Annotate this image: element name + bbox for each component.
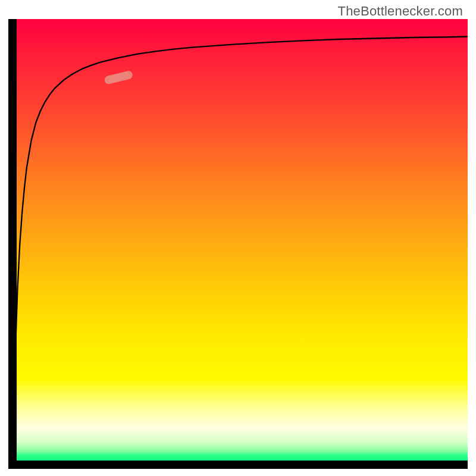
- attribution-text: TheBottlenecker.com: [338, 4, 463, 19]
- x-axis: [8, 461, 468, 469]
- chart-background-gradient: [8, 19, 468, 469]
- chart-container: [8, 19, 468, 469]
- y-axis: [8, 19, 17, 469]
